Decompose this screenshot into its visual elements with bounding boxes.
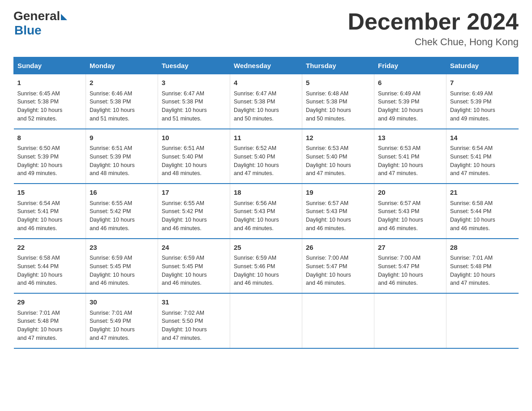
- day-info: Sunrise: 6:59 AMSunset: 5:45 PMDaylight:…: [90, 255, 135, 286]
- header-cell-wednesday: Wednesday: [230, 57, 302, 74]
- day-number: 13: [378, 133, 442, 143]
- calendar-cell: [230, 293, 302, 348]
- day-number: 25: [234, 243, 298, 253]
- day-info: Sunrise: 6:54 AMSunset: 5:41 PMDaylight:…: [450, 145, 495, 176]
- day-info: Sunrise: 6:54 AMSunset: 5:41 PMDaylight:…: [17, 200, 63, 231]
- day-number: 28: [450, 243, 515, 253]
- day-number: 6: [378, 78, 442, 88]
- day-number: 8: [17, 133, 82, 143]
- day-number: 2: [90, 78, 154, 88]
- day-number: 18: [234, 188, 298, 198]
- day-number: 27: [378, 243, 442, 253]
- calendar-cell: 27Sunrise: 7:00 AMSunset: 5:47 PMDayligh…: [374, 239, 446, 294]
- calendar-cell: 12Sunrise: 6:53 AMSunset: 5:40 PMDayligh…: [302, 129, 374, 184]
- day-number: 24: [162, 243, 226, 253]
- day-info: Sunrise: 7:01 AMSunset: 5:48 PMDaylight:…: [450, 255, 495, 286]
- calendar-cell: 8Sunrise: 6:50 AMSunset: 5:39 PMDaylight…: [14, 129, 86, 184]
- header-cell-thursday: Thursday: [302, 57, 374, 74]
- day-number: 5: [306, 78, 370, 88]
- day-number: 1: [17, 78, 82, 88]
- calendar-cell: 6Sunrise: 6:49 AMSunset: 5:39 PMDaylight…: [374, 74, 446, 129]
- day-info: Sunrise: 6:47 AMSunset: 5:38 PMDaylight:…: [162, 90, 207, 122]
- calendar-cell: 11Sunrise: 6:52 AMSunset: 5:40 PMDayligh…: [230, 129, 302, 184]
- day-info: Sunrise: 6:56 AMSunset: 5:43 PMDaylight:…: [234, 200, 279, 231]
- calendar-cell: 23Sunrise: 6:59 AMSunset: 5:45 PMDayligh…: [86, 239, 158, 294]
- day-info: Sunrise: 6:46 AMSunset: 5:38 PMDaylight:…: [90, 90, 135, 122]
- day-info: Sunrise: 6:52 AMSunset: 5:40 PMDaylight:…: [234, 145, 279, 176]
- day-number: 22: [17, 243, 82, 253]
- day-number: 4: [234, 78, 298, 88]
- week-row-3: 15Sunrise: 6:54 AMSunset: 5:41 PMDayligh…: [14, 184, 519, 239]
- day-number: 14: [450, 133, 515, 143]
- calendar-cell: 10Sunrise: 6:51 AMSunset: 5:40 PMDayligh…: [158, 129, 230, 184]
- calendar-cell: 4Sunrise: 6:47 AMSunset: 5:38 PMDaylight…: [230, 74, 302, 129]
- calendar-cell: [302, 293, 374, 348]
- calendar-cell: 21Sunrise: 6:58 AMSunset: 5:44 PMDayligh…: [446, 184, 519, 239]
- calendar-cell: 7Sunrise: 6:49 AMSunset: 5:39 PMDaylight…: [446, 74, 519, 129]
- calendar-header: SundayMondayTuesdayWednesdayThursdayFrid…: [14, 57, 519, 74]
- day-info: Sunrise: 6:45 AMSunset: 5:38 PMDaylight:…: [17, 90, 63, 122]
- calendar-cell: 15Sunrise: 6:54 AMSunset: 5:41 PMDayligh…: [14, 184, 86, 239]
- day-number: 11: [234, 133, 298, 143]
- logo-general-text: General: [13, 9, 60, 23]
- day-info: Sunrise: 6:53 AMSunset: 5:40 PMDaylight:…: [306, 145, 351, 176]
- day-number: 30: [90, 297, 154, 308]
- day-info: Sunrise: 6:55 AMSunset: 5:42 PMDaylight:…: [162, 200, 207, 231]
- calendar-cell: 2Sunrise: 6:46 AMSunset: 5:38 PMDaylight…: [86, 74, 158, 129]
- calendar-cell: 9Sunrise: 6:51 AMSunset: 5:39 PMDaylight…: [86, 129, 158, 184]
- week-row-2: 8Sunrise: 6:50 AMSunset: 5:39 PMDaylight…: [14, 129, 519, 184]
- day-number: 19: [306, 188, 370, 198]
- header-cell-tuesday: Tuesday: [158, 57, 230, 74]
- header-cell-friday: Friday: [374, 57, 446, 74]
- header-row: SundayMondayTuesdayWednesdayThursdayFrid…: [14, 57, 519, 74]
- day-info: Sunrise: 7:01 AMSunset: 5:48 PMDaylight:…: [17, 310, 63, 341]
- calendar-cell: 25Sunrise: 6:59 AMSunset: 5:46 PMDayligh…: [230, 239, 302, 294]
- calendar-cell: 17Sunrise: 6:55 AMSunset: 5:42 PMDayligh…: [158, 184, 230, 239]
- calendar-cell: 3Sunrise: 6:47 AMSunset: 5:38 PMDaylight…: [158, 74, 230, 129]
- day-info: Sunrise: 6:47 AMSunset: 5:38 PMDaylight:…: [234, 90, 279, 122]
- day-number: 29: [17, 297, 82, 308]
- day-info: Sunrise: 6:51 AMSunset: 5:40 PMDaylight:…: [162, 145, 207, 176]
- header-cell-monday: Monday: [86, 57, 158, 74]
- day-info: Sunrise: 6:48 AMSunset: 5:38 PMDaylight:…: [306, 90, 351, 122]
- calendar-table: SundayMondayTuesdayWednesdayThursdayFrid…: [13, 57, 519, 349]
- title-section: December 2024 Chek Chue, Hong Kong: [348, 9, 519, 48]
- subtitle: Chek Chue, Hong Kong: [348, 36, 519, 48]
- calendar-cell: 26Sunrise: 7:00 AMSunset: 5:47 PMDayligh…: [302, 239, 374, 294]
- day-info: Sunrise: 6:49 AMSunset: 5:39 PMDaylight:…: [378, 90, 423, 122]
- day-info: Sunrise: 7:00 AMSunset: 5:47 PMDaylight:…: [306, 255, 351, 286]
- day-info: Sunrise: 6:57 AMSunset: 5:43 PMDaylight:…: [306, 200, 351, 231]
- day-number: 31: [162, 297, 226, 308]
- day-number: 9: [90, 133, 154, 143]
- week-row-5: 29Sunrise: 7:01 AMSunset: 5:48 PMDayligh…: [14, 293, 519, 348]
- page-header: General Blue December 2024 Chek Chue, Ho…: [13, 9, 519, 48]
- day-info: Sunrise: 6:50 AMSunset: 5:39 PMDaylight:…: [17, 145, 63, 176]
- day-info: Sunrise: 6:49 AMSunset: 5:39 PMDaylight:…: [450, 90, 495, 122]
- calendar-cell: 31Sunrise: 7:02 AMSunset: 5:50 PMDayligh…: [158, 293, 230, 348]
- day-info: Sunrise: 6:53 AMSunset: 5:41 PMDaylight:…: [378, 145, 423, 176]
- day-info: Sunrise: 6:57 AMSunset: 5:43 PMDaylight:…: [378, 200, 423, 231]
- calendar-cell: [446, 293, 519, 348]
- calendar-cell: 16Sunrise: 6:55 AMSunset: 5:42 PMDayligh…: [86, 184, 158, 239]
- calendar-cell: 30Sunrise: 7:01 AMSunset: 5:49 PMDayligh…: [86, 293, 158, 348]
- day-info: Sunrise: 6:55 AMSunset: 5:42 PMDaylight:…: [90, 200, 135, 231]
- calendar-cell: 20Sunrise: 6:57 AMSunset: 5:43 PMDayligh…: [374, 184, 446, 239]
- day-number: 21: [450, 188, 515, 198]
- day-number: 17: [162, 188, 226, 198]
- calendar-cell: [374, 293, 446, 348]
- calendar-cell: 13Sunrise: 6:53 AMSunset: 5:41 PMDayligh…: [374, 129, 446, 184]
- calendar-cell: 28Sunrise: 7:01 AMSunset: 5:48 PMDayligh…: [446, 239, 519, 294]
- header-cell-sunday: Sunday: [14, 57, 86, 74]
- calendar-cell: 5Sunrise: 6:48 AMSunset: 5:38 PMDaylight…: [302, 74, 374, 129]
- day-number: 7: [450, 78, 515, 88]
- day-number: 16: [90, 188, 154, 198]
- day-number: 3: [162, 78, 226, 88]
- day-info: Sunrise: 6:58 AMSunset: 5:44 PMDaylight:…: [450, 200, 495, 231]
- calendar-cell: 19Sunrise: 6:57 AMSunset: 5:43 PMDayligh…: [302, 184, 374, 239]
- day-number: 20: [378, 188, 442, 198]
- day-number: 26: [306, 243, 370, 253]
- calendar-cell: 1Sunrise: 6:45 AMSunset: 5:38 PMDaylight…: [14, 74, 86, 129]
- calendar-body: 1Sunrise: 6:45 AMSunset: 5:38 PMDaylight…: [14, 74, 519, 348]
- calendar-cell: 29Sunrise: 7:01 AMSunset: 5:48 PMDayligh…: [14, 293, 86, 348]
- day-info: Sunrise: 7:01 AMSunset: 5:49 PMDaylight:…: [90, 310, 135, 341]
